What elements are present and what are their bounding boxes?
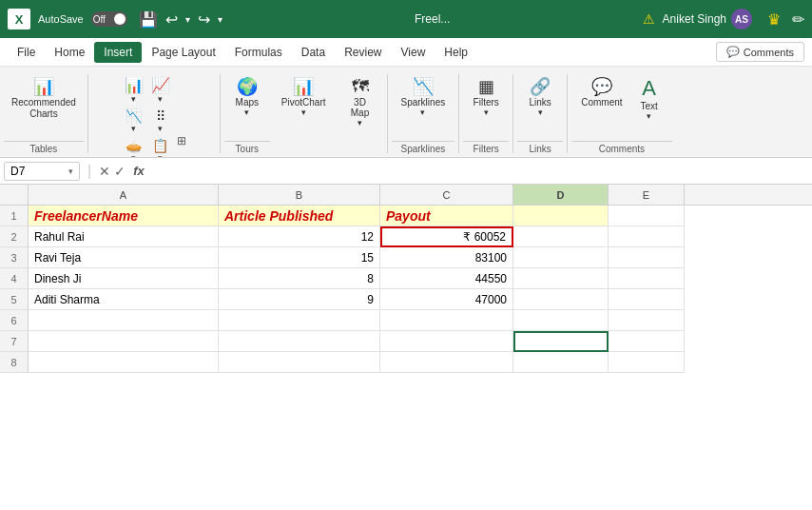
filters-btn[interactable]: ▦ Filters ▾	[467, 74, 505, 121]
cell-a2[interactable]: Rahul Rai	[29, 226, 219, 247]
menu-data[interactable]: Data	[292, 42, 335, 63]
user-avatar[interactable]: AS	[731, 9, 752, 29]
cell-a4[interactable]: Dinesh Ji	[29, 268, 219, 289]
3dmap-icon: 🗺	[352, 78, 369, 95]
cross-icon[interactable]: ✕	[99, 164, 110, 179]
cell-c2[interactable]: ₹ 60052	[380, 226, 513, 247]
line-chart-btn[interactable]: 📈 ▾	[148, 74, 173, 106]
cell-d8[interactable]	[513, 352, 609, 373]
cell-c7[interactable]	[380, 331, 513, 352]
formula-input[interactable]	[148, 165, 808, 178]
row-num-2: 2	[0, 226, 29, 247]
cell-b1[interactable]: Article Published	[219, 206, 380, 226]
cell-d3[interactable]	[513, 247, 609, 268]
pen-icon[interactable]: ✏	[792, 10, 804, 29]
maps-btn[interactable]: 🌍 Maps ▾	[228, 74, 266, 121]
cell-e6[interactable]	[609, 310, 685, 331]
cell-a6[interactable]	[29, 310, 219, 331]
col-header-b[interactable]: B	[219, 185, 380, 205]
sparklines-btn[interactable]: 📉 Sparklines ▾	[396, 74, 452, 121]
undo-icon[interactable]: ↩	[165, 10, 178, 29]
redo-dropdown-icon[interactable]: ▾	[218, 14, 222, 25]
cell-a8[interactable]	[29, 352, 219, 373]
check-icon[interactable]: ✓	[114, 164, 126, 179]
cell-e4[interactable]	[609, 268, 685, 289]
col-header-d[interactable]: D	[513, 185, 609, 205]
text-btn[interactable]: A Text ▾	[630, 74, 668, 125]
cell-a5[interactable]: Aditi Sharma	[29, 289, 219, 310]
cell-e5[interactable]	[609, 289, 685, 310]
cell-c8[interactable]	[380, 352, 513, 373]
cell-d4[interactable]	[513, 268, 609, 289]
cell-c6[interactable]	[380, 310, 513, 331]
cell-b2[interactable]: 12	[219, 226, 380, 247]
name-box[interactable]: D7 ▾	[4, 162, 80, 181]
cell-d5[interactable]	[513, 289, 609, 310]
menu-formulas[interactable]: Formulas	[225, 42, 292, 63]
row-num-4: 4	[0, 268, 29, 289]
bar-chart-btn[interactable]: 📉 ▾	[122, 107, 146, 135]
save-icon[interactable]: 💾	[139, 10, 158, 29]
undo-dropdown-icon[interactable]: ▾	[185, 14, 190, 25]
cell-c3[interactable]: 83100	[380, 247, 513, 268]
cell-d1[interactable]	[513, 206, 609, 226]
cell-c1[interactable]: Payout	[380, 206, 513, 226]
cell-d7-active[interactable]	[513, 331, 609, 352]
row-num-1: 1	[0, 206, 29, 226]
cell-d6[interactable]	[513, 310, 609, 331]
row-num-3: 3	[0, 247, 29, 268]
scatter-chart-btn[interactable]: ⠿ ▾	[148, 107, 173, 135]
cell-b8[interactable]	[219, 352, 380, 373]
menu-home[interactable]: Home	[45, 42, 94, 63]
col-header-c[interactable]: C	[380, 185, 513, 205]
comments-icon: 💬	[726, 46, 740, 58]
cell-e2[interactable]	[609, 226, 685, 247]
crown-icon[interactable]: ♛	[767, 10, 781, 29]
col-header-a[interactable]: A	[29, 185, 219, 205]
cell-b7[interactable]	[219, 331, 380, 352]
3dmap-btn[interactable]: 🗺 3DMap ▾	[341, 74, 379, 131]
table-row: 6	[0, 310, 812, 331]
pivotchart-btn[interactable]: 📊 PivotChart ▾	[276, 74, 332, 121]
cell-a1[interactable]: FreelancerName	[29, 206, 219, 226]
name-box-value: D7	[10, 165, 25, 178]
cell-e1[interactable]	[609, 206, 685, 226]
cell-e3[interactable]	[609, 247, 685, 268]
menu-pagelayout[interactable]: Page Layout	[142, 42, 224, 63]
menu-help[interactable]: Help	[435, 42, 477, 63]
cell-b4[interactable]: 8	[219, 268, 380, 289]
cell-a3[interactable]: Ravi Teja	[29, 247, 219, 268]
redo-icon[interactable]: ↪	[198, 10, 210, 29]
cell-d2[interactable]	[513, 226, 609, 247]
table-row: 2 Rahul Rai 12 ₹ 60052	[0, 226, 812, 247]
text-icon: A	[642, 78, 656, 99]
charts-expand-btn[interactable]: ⊞	[177, 134, 186, 147]
cell-b6[interactable]	[219, 310, 380, 331]
cell-e8[interactable]	[609, 352, 685, 373]
link-btn[interactable]: 🔗 Links ▾	[521, 74, 559, 121]
formula-bar: D7 ▾ | ✕ ✓ fx	[0, 158, 812, 185]
menu-insert[interactable]: Insert	[94, 42, 142, 63]
table-row: 3 Ravi Teja 15 83100	[0, 247, 812, 268]
menu-file[interactable]: File	[8, 42, 45, 63]
cell-b5[interactable]: 9	[219, 289, 380, 310]
autosave-toggle[interactable]: Off	[91, 11, 127, 27]
column-chart-btn[interactable]: 📊 ▾	[122, 74, 146, 106]
more-charts-icon: 📋	[152, 138, 168, 153]
name-box-dropdown[interactable]: ▾	[68, 167, 73, 176]
cell-c5[interactable]: 47000	[380, 289, 513, 310]
comment-btn[interactable]: 💬 Comment	[575, 74, 628, 111]
pie-chart-btn[interactable]: 🥧 ▾	[122, 136, 146, 158]
col-header-e[interactable]: E	[609, 185, 685, 205]
comments-button[interactable]: 💬 Comments	[716, 42, 804, 62]
cell-b3[interactable]: 15	[219, 247, 380, 268]
recommended-charts-btn[interactable]: 📊 RecommendedCharts	[6, 74, 82, 124]
menu-review[interactable]: Review	[335, 42, 391, 63]
cell-a7[interactable]	[29, 331, 219, 352]
more-charts-btn[interactable]: 📋 ▾	[148, 136, 173, 158]
cell-e7[interactable]	[609, 331, 685, 352]
cell-c4[interactable]: 44550	[380, 268, 513, 289]
menu-view[interactable]: View	[392, 42, 435, 63]
user-name: Aniket Singh	[663, 12, 726, 26]
spreadsheet: A B C D E 1 FreelancerName Article Publi…	[0, 185, 812, 373]
